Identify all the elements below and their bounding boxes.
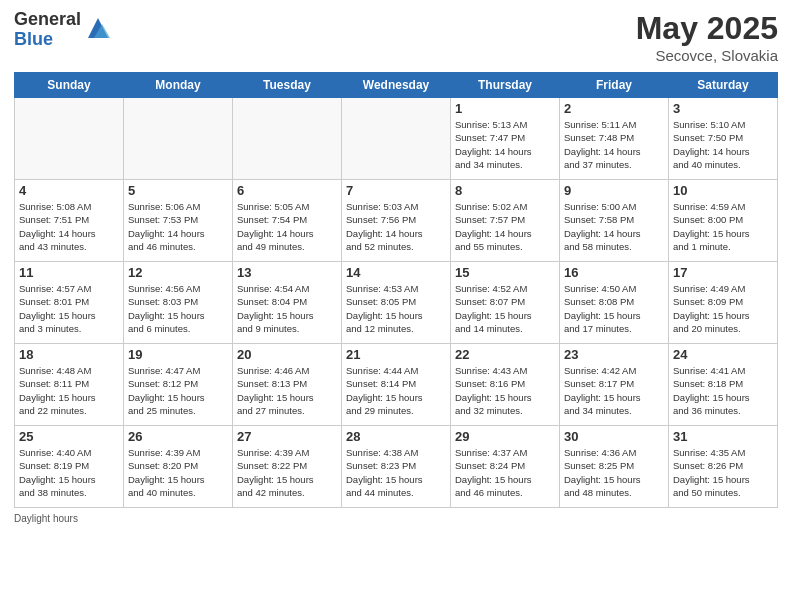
calendar-cell-w2-d4: 7Sunrise: 5:03 AM Sunset: 7:56 PM Daylig… bbox=[342, 180, 451, 262]
day-number: 16 bbox=[564, 265, 664, 280]
day-number: 30 bbox=[564, 429, 664, 444]
day-number: 11 bbox=[19, 265, 119, 280]
daylight-label: Daylight hours bbox=[14, 513, 78, 524]
day-info: Sunrise: 5:06 AM Sunset: 7:53 PM Dayligh… bbox=[128, 200, 228, 253]
calendar-cell-w5-d4: 28Sunrise: 4:38 AM Sunset: 8:23 PM Dayli… bbox=[342, 426, 451, 508]
day-info: Sunrise: 4:54 AM Sunset: 8:04 PM Dayligh… bbox=[237, 282, 337, 335]
calendar-cell-w3-d6: 16Sunrise: 4:50 AM Sunset: 8:08 PM Dayli… bbox=[560, 262, 669, 344]
day-number: 7 bbox=[346, 183, 446, 198]
day-info: Sunrise: 4:43 AM Sunset: 8:16 PM Dayligh… bbox=[455, 364, 555, 417]
calendar-cell-w4-d3: 20Sunrise: 4:46 AM Sunset: 8:13 PM Dayli… bbox=[233, 344, 342, 426]
day-info: Sunrise: 5:13 AM Sunset: 7:47 PM Dayligh… bbox=[455, 118, 555, 171]
title-location: Secovce, Slovakia bbox=[636, 47, 778, 64]
day-number: 17 bbox=[673, 265, 773, 280]
calendar-cell-w1-d6: 2Sunrise: 5:11 AM Sunset: 7:48 PM Daylig… bbox=[560, 98, 669, 180]
calendar-cell-w1-d1 bbox=[15, 98, 124, 180]
day-info: Sunrise: 4:59 AM Sunset: 8:00 PM Dayligh… bbox=[673, 200, 773, 253]
day-info: Sunrise: 4:46 AM Sunset: 8:13 PM Dayligh… bbox=[237, 364, 337, 417]
calendar-cell-w2-d5: 8Sunrise: 5:02 AM Sunset: 7:57 PM Daylig… bbox=[451, 180, 560, 262]
day-number: 2 bbox=[564, 101, 664, 116]
col-saturday: Saturday bbox=[669, 73, 778, 98]
day-number: 13 bbox=[237, 265, 337, 280]
calendar-cell-w5-d5: 29Sunrise: 4:37 AM Sunset: 8:24 PM Dayli… bbox=[451, 426, 560, 508]
day-info: Sunrise: 5:00 AM Sunset: 7:58 PM Dayligh… bbox=[564, 200, 664, 253]
day-number: 31 bbox=[673, 429, 773, 444]
calendar-cell-w3-d4: 14Sunrise: 4:53 AM Sunset: 8:05 PM Dayli… bbox=[342, 262, 451, 344]
day-info: Sunrise: 4:57 AM Sunset: 8:01 PM Dayligh… bbox=[19, 282, 119, 335]
calendar-cell-w4-d2: 19Sunrise: 4:47 AM Sunset: 8:12 PM Dayli… bbox=[124, 344, 233, 426]
day-info: Sunrise: 4:42 AM Sunset: 8:17 PM Dayligh… bbox=[564, 364, 664, 417]
day-number: 15 bbox=[455, 265, 555, 280]
calendar-cell-w2-d1: 4Sunrise: 5:08 AM Sunset: 7:51 PM Daylig… bbox=[15, 180, 124, 262]
day-number: 9 bbox=[564, 183, 664, 198]
day-number: 5 bbox=[128, 183, 228, 198]
day-number: 26 bbox=[128, 429, 228, 444]
day-number: 1 bbox=[455, 101, 555, 116]
day-number: 19 bbox=[128, 347, 228, 362]
col-thursday: Thursday bbox=[451, 73, 560, 98]
title-month: May 2025 bbox=[636, 10, 778, 47]
day-number: 14 bbox=[346, 265, 446, 280]
day-info: Sunrise: 4:40 AM Sunset: 8:19 PM Dayligh… bbox=[19, 446, 119, 499]
logo: General Blue bbox=[14, 10, 112, 50]
calendar-week-1: 1Sunrise: 5:13 AM Sunset: 7:47 PM Daylig… bbox=[15, 98, 778, 180]
day-number: 4 bbox=[19, 183, 119, 198]
day-number: 21 bbox=[346, 347, 446, 362]
day-number: 25 bbox=[19, 429, 119, 444]
day-number: 10 bbox=[673, 183, 773, 198]
col-friday: Friday bbox=[560, 73, 669, 98]
day-number: 29 bbox=[455, 429, 555, 444]
day-info: Sunrise: 4:48 AM Sunset: 8:11 PM Dayligh… bbox=[19, 364, 119, 417]
calendar-table: Sunday Monday Tuesday Wednesday Thursday… bbox=[14, 72, 778, 508]
day-number: 27 bbox=[237, 429, 337, 444]
day-number: 20 bbox=[237, 347, 337, 362]
calendar-week-2: 4Sunrise: 5:08 AM Sunset: 7:51 PM Daylig… bbox=[15, 180, 778, 262]
day-info: Sunrise: 4:38 AM Sunset: 8:23 PM Dayligh… bbox=[346, 446, 446, 499]
calendar-week-3: 11Sunrise: 4:57 AM Sunset: 8:01 PM Dayli… bbox=[15, 262, 778, 344]
calendar-cell-w1-d5: 1Sunrise: 5:13 AM Sunset: 7:47 PM Daylig… bbox=[451, 98, 560, 180]
day-info: Sunrise: 5:10 AM Sunset: 7:50 PM Dayligh… bbox=[673, 118, 773, 171]
calendar-cell-w4-d5: 22Sunrise: 4:43 AM Sunset: 8:16 PM Dayli… bbox=[451, 344, 560, 426]
day-number: 6 bbox=[237, 183, 337, 198]
day-info: Sunrise: 4:36 AM Sunset: 8:25 PM Dayligh… bbox=[564, 446, 664, 499]
day-info: Sunrise: 4:41 AM Sunset: 8:18 PM Dayligh… bbox=[673, 364, 773, 417]
day-info: Sunrise: 4:44 AM Sunset: 8:14 PM Dayligh… bbox=[346, 364, 446, 417]
day-info: Sunrise: 4:35 AM Sunset: 8:26 PM Dayligh… bbox=[673, 446, 773, 499]
calendar-cell-w4-d1: 18Sunrise: 4:48 AM Sunset: 8:11 PM Dayli… bbox=[15, 344, 124, 426]
calendar-cell-w1-d4 bbox=[342, 98, 451, 180]
day-number: 23 bbox=[564, 347, 664, 362]
calendar-cell-w1-d3 bbox=[233, 98, 342, 180]
calendar-cell-w3-d2: 12Sunrise: 4:56 AM Sunset: 8:03 PM Dayli… bbox=[124, 262, 233, 344]
calendar-cell-w2-d3: 6Sunrise: 5:05 AM Sunset: 7:54 PM Daylig… bbox=[233, 180, 342, 262]
day-info: Sunrise: 5:11 AM Sunset: 7:48 PM Dayligh… bbox=[564, 118, 664, 171]
calendar-cell-w3-d7: 17Sunrise: 4:49 AM Sunset: 8:09 PM Dayli… bbox=[669, 262, 778, 344]
calendar-cell-w5-d6: 30Sunrise: 4:36 AM Sunset: 8:25 PM Dayli… bbox=[560, 426, 669, 508]
calendar-cell-w5-d2: 26Sunrise: 4:39 AM Sunset: 8:20 PM Dayli… bbox=[124, 426, 233, 508]
calendar-cell-w3-d1: 11Sunrise: 4:57 AM Sunset: 8:01 PM Dayli… bbox=[15, 262, 124, 344]
day-number: 28 bbox=[346, 429, 446, 444]
col-monday: Monday bbox=[124, 73, 233, 98]
day-info: Sunrise: 4:47 AM Sunset: 8:12 PM Dayligh… bbox=[128, 364, 228, 417]
calendar-cell-w4-d6: 23Sunrise: 4:42 AM Sunset: 8:17 PM Dayli… bbox=[560, 344, 669, 426]
logo-text: General Blue bbox=[14, 10, 81, 50]
title-block: May 2025 Secovce, Slovakia bbox=[636, 10, 778, 64]
calendar-cell-w5-d3: 27Sunrise: 4:39 AM Sunset: 8:22 PM Dayli… bbox=[233, 426, 342, 508]
page: General Blue May 2025 Secovce, Slovakia … bbox=[0, 0, 792, 612]
day-info: Sunrise: 4:50 AM Sunset: 8:08 PM Dayligh… bbox=[564, 282, 664, 335]
calendar-cell-w2-d7: 10Sunrise: 4:59 AM Sunset: 8:00 PM Dayli… bbox=[669, 180, 778, 262]
calendar-cell-w4-d4: 21Sunrise: 4:44 AM Sunset: 8:14 PM Dayli… bbox=[342, 344, 451, 426]
calendar-cell-w2-d6: 9Sunrise: 5:00 AM Sunset: 7:58 PM Daylig… bbox=[560, 180, 669, 262]
logo-general: General bbox=[14, 10, 81, 30]
logo-icon bbox=[84, 14, 112, 42]
calendar-cell-w3-d5: 15Sunrise: 4:52 AM Sunset: 8:07 PM Dayli… bbox=[451, 262, 560, 344]
calendar-cell-w4-d7: 24Sunrise: 4:41 AM Sunset: 8:18 PM Dayli… bbox=[669, 344, 778, 426]
col-tuesday: Tuesday bbox=[233, 73, 342, 98]
calendar-week-4: 18Sunrise: 4:48 AM Sunset: 8:11 PM Dayli… bbox=[15, 344, 778, 426]
day-info: Sunrise: 5:08 AM Sunset: 7:51 PM Dayligh… bbox=[19, 200, 119, 253]
calendar-cell-w5-d7: 31Sunrise: 4:35 AM Sunset: 8:26 PM Dayli… bbox=[669, 426, 778, 508]
calendar-cell-w2-d2: 5Sunrise: 5:06 AM Sunset: 7:53 PM Daylig… bbox=[124, 180, 233, 262]
calendar-header-row: Sunday Monday Tuesday Wednesday Thursday… bbox=[15, 73, 778, 98]
day-number: 3 bbox=[673, 101, 773, 116]
calendar-week-5: 25Sunrise: 4:40 AM Sunset: 8:19 PM Dayli… bbox=[15, 426, 778, 508]
day-number: 8 bbox=[455, 183, 555, 198]
